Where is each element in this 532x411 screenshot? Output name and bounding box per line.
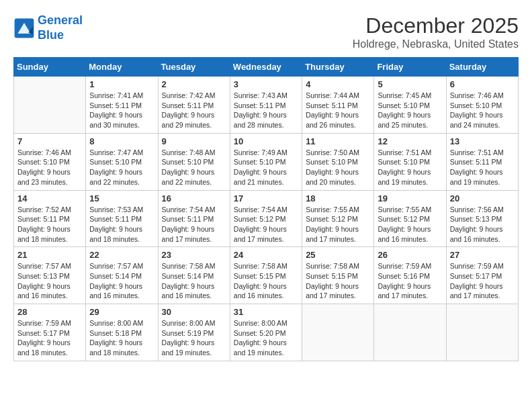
day-cell: 26Sunrise: 7:59 AM Sunset: 5:16 PM Dayli… [374, 247, 446, 304]
day-info: Sunrise: 7:57 AM Sunset: 5:14 PM Dayligh… [89, 261, 154, 301]
month-title: December 2025 [353, 13, 519, 38]
day-cell [374, 304, 446, 361]
header-sunday: Sunday [14, 58, 86, 77]
page-header: General Blue December 2025 Holdrege, Neb… [13, 13, 519, 50]
day-cell: 16Sunrise: 7:54 AM Sunset: 5:11 PM Dayli… [158, 190, 230, 247]
day-number: 6 [450, 79, 515, 89]
day-number: 7 [17, 136, 82, 146]
day-cell [14, 77, 86, 134]
day-cell: 12Sunrise: 7:51 AM Sunset: 5:10 PM Dayli… [374, 133, 446, 190]
day-info: Sunrise: 7:52 AM Sunset: 5:11 PM Dayligh… [17, 205, 82, 244]
day-number: 25 [306, 250, 370, 260]
header-row: Sunday Monday Tuesday Wednesday Thursday… [14, 58, 519, 77]
day-cell: 20Sunrise: 7:56 AM Sunset: 5:13 PM Dayli… [446, 190, 518, 247]
day-number: 9 [162, 136, 226, 146]
day-number: 24 [234, 250, 298, 260]
day-info: Sunrise: 7:54 AM Sunset: 5:12 PM Dayligh… [234, 205, 298, 244]
day-cell: 11Sunrise: 7:50 AM Sunset: 5:10 PM Dayli… [302, 133, 374, 190]
day-cell: 1Sunrise: 7:41 AM Sunset: 5:11 PM Daylig… [86, 77, 158, 134]
day-number: 16 [162, 193, 226, 203]
calendar-body: 1Sunrise: 7:41 AM Sunset: 5:11 PM Daylig… [14, 77, 519, 361]
logo: General Blue [13, 13, 83, 42]
day-cell: 14Sunrise: 7:52 AM Sunset: 5:11 PM Dayli… [14, 190, 86, 247]
day-number: 22 [89, 250, 154, 260]
day-cell [446, 304, 518, 361]
day-cell: 25Sunrise: 7:58 AM Sunset: 5:15 PM Dayli… [302, 247, 374, 304]
day-info: Sunrise: 7:50 AM Sunset: 5:10 PM Dayligh… [306, 148, 370, 187]
day-number: 29 [89, 307, 154, 317]
day-number: 4 [306, 79, 370, 89]
day-cell: 9Sunrise: 7:48 AM Sunset: 5:10 PM Daylig… [158, 133, 230, 190]
day-info: Sunrise: 7:41 AM Sunset: 5:11 PM Dayligh… [89, 91, 154, 130]
day-info: Sunrise: 7:48 AM Sunset: 5:10 PM Dayligh… [162, 148, 226, 187]
day-number: 28 [17, 307, 82, 317]
day-info: Sunrise: 7:43 AM Sunset: 5:11 PM Dayligh… [234, 91, 298, 130]
day-info: Sunrise: 7:47 AM Sunset: 5:10 PM Dayligh… [89, 148, 154, 187]
day-number: 10 [234, 136, 298, 146]
day-cell: 21Sunrise: 7:57 AM Sunset: 5:13 PM Dayli… [14, 247, 86, 304]
day-number: 3 [234, 79, 298, 89]
calendar-table: Sunday Monday Tuesday Wednesday Thursday… [13, 57, 519, 361]
day-cell: 23Sunrise: 7:58 AM Sunset: 5:14 PM Dayli… [158, 247, 230, 304]
day-number: 27 [450, 250, 515, 260]
week-row-5: 28Sunrise: 7:59 AM Sunset: 5:17 PM Dayli… [14, 304, 519, 361]
day-number: 26 [378, 250, 442, 260]
day-info: Sunrise: 7:42 AM Sunset: 5:11 PM Dayligh… [162, 91, 226, 130]
day-info: Sunrise: 7:56 AM Sunset: 5:13 PM Dayligh… [450, 205, 515, 244]
day-number: 18 [306, 193, 370, 203]
day-info: Sunrise: 7:51 AM Sunset: 5:10 PM Dayligh… [378, 148, 442, 187]
day-cell: 4Sunrise: 7:44 AM Sunset: 5:11 PM Daylig… [302, 77, 374, 134]
header-wednesday: Wednesday [230, 58, 302, 77]
day-number: 17 [234, 193, 298, 203]
day-cell: 13Sunrise: 7:51 AM Sunset: 5:11 PM Dayli… [446, 133, 518, 190]
day-info: Sunrise: 7:45 AM Sunset: 5:10 PM Dayligh… [378, 91, 442, 130]
header-saturday: Saturday [446, 58, 518, 77]
day-cell: 17Sunrise: 7:54 AM Sunset: 5:12 PM Dayli… [230, 190, 302, 247]
day-number: 19 [378, 193, 442, 203]
day-info: Sunrise: 7:49 AM Sunset: 5:10 PM Dayligh… [234, 148, 298, 187]
day-cell: 19Sunrise: 7:55 AM Sunset: 5:12 PM Dayli… [374, 190, 446, 247]
day-info: Sunrise: 7:46 AM Sunset: 5:10 PM Dayligh… [450, 91, 515, 130]
title-area: December 2025 Holdrege, Nebraska, United… [353, 13, 519, 50]
week-row-1: 1Sunrise: 7:41 AM Sunset: 5:11 PM Daylig… [14, 77, 519, 134]
day-number: 21 [17, 250, 82, 260]
day-number: 12 [378, 136, 442, 146]
week-row-2: 7Sunrise: 7:46 AM Sunset: 5:10 PM Daylig… [14, 133, 519, 190]
day-number: 13 [450, 136, 515, 146]
day-number: 11 [306, 136, 370, 146]
day-cell: 8Sunrise: 7:47 AM Sunset: 5:10 PM Daylig… [86, 133, 158, 190]
day-cell [302, 304, 374, 361]
day-cell: 22Sunrise: 7:57 AM Sunset: 5:14 PM Dayli… [86, 247, 158, 304]
day-cell: 10Sunrise: 7:49 AM Sunset: 5:10 PM Dayli… [230, 133, 302, 190]
day-cell: 30Sunrise: 8:00 AM Sunset: 5:19 PM Dayli… [158, 304, 230, 361]
day-info: Sunrise: 7:51 AM Sunset: 5:11 PM Dayligh… [450, 148, 515, 187]
day-info: Sunrise: 8:00 AM Sunset: 5:18 PM Dayligh… [89, 318, 154, 358]
day-info: Sunrise: 7:55 AM Sunset: 5:12 PM Dayligh… [306, 205, 370, 244]
week-row-4: 21Sunrise: 7:57 AM Sunset: 5:13 PM Dayli… [14, 247, 519, 304]
day-cell: 3Sunrise: 7:43 AM Sunset: 5:11 PM Daylig… [230, 77, 302, 134]
day-info: Sunrise: 7:59 AM Sunset: 5:16 PM Dayligh… [378, 261, 442, 301]
day-cell: 2Sunrise: 7:42 AM Sunset: 5:11 PM Daylig… [158, 77, 230, 134]
header-thursday: Thursday [302, 58, 374, 77]
day-info: Sunrise: 7:54 AM Sunset: 5:11 PM Dayligh… [162, 205, 226, 244]
day-cell: 5Sunrise: 7:45 AM Sunset: 5:10 PM Daylig… [374, 77, 446, 134]
header-friday: Friday [374, 58, 446, 77]
day-cell: 31Sunrise: 8:00 AM Sunset: 5:20 PM Dayli… [230, 304, 302, 361]
day-cell: 28Sunrise: 7:59 AM Sunset: 5:17 PM Dayli… [14, 304, 86, 361]
day-info: Sunrise: 7:59 AM Sunset: 5:17 PM Dayligh… [17, 318, 82, 358]
day-info: Sunrise: 8:00 AM Sunset: 5:20 PM Dayligh… [234, 318, 298, 358]
day-info: Sunrise: 8:00 AM Sunset: 5:19 PM Dayligh… [162, 318, 226, 358]
day-info: Sunrise: 7:58 AM Sunset: 5:15 PM Dayligh… [234, 261, 298, 301]
day-number: 31 [234, 307, 298, 317]
day-cell: 6Sunrise: 7:46 AM Sunset: 5:10 PM Daylig… [446, 77, 518, 134]
logo-line2: Blue [38, 28, 64, 42]
day-cell: 18Sunrise: 7:55 AM Sunset: 5:12 PM Dayli… [302, 190, 374, 247]
day-info: Sunrise: 7:44 AM Sunset: 5:11 PM Dayligh… [306, 91, 370, 130]
day-cell: 15Sunrise: 7:53 AM Sunset: 5:11 PM Dayli… [86, 190, 158, 247]
day-info: Sunrise: 7:58 AM Sunset: 5:15 PM Dayligh… [306, 261, 370, 301]
day-number: 23 [162, 250, 226, 260]
day-number: 20 [450, 193, 515, 203]
logo-icon [13, 17, 35, 39]
day-cell: 7Sunrise: 7:46 AM Sunset: 5:10 PM Daylig… [14, 133, 86, 190]
day-number: 1 [89, 79, 154, 89]
